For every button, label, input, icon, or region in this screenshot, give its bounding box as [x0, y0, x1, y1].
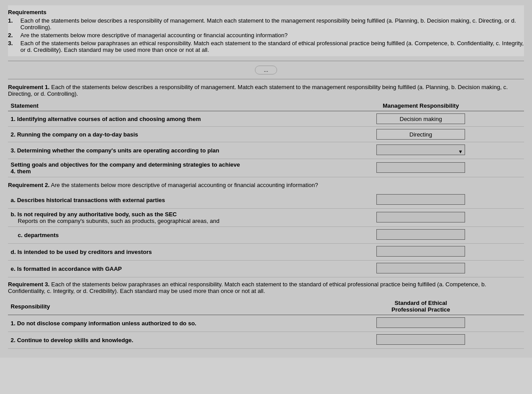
table-row: Setting goals and objectives for the com… — [8, 159, 524, 177]
req-num-2: 2. — [8, 32, 20, 39]
req2-answer-box-c[interactable] — [376, 229, 465, 240]
req2-answer-box-e[interactable] — [376, 263, 465, 273]
req2-statement-a: a. Describes historical transactions wit… — [8, 192, 317, 209]
req1-col-statement: Statement — [8, 101, 317, 111]
req1-answer-box-4[interactable] — [376, 162, 465, 173]
req1-answer-box-1[interactable]: Decision making — [376, 113, 465, 124]
requirement-item-2: 2. Are the statements below more descrip… — [8, 32, 524, 39]
req3-answer-1[interactable] — [317, 315, 524, 332]
req1-statement-2: 2. Running the company on a day-to-day b… — [8, 127, 317, 142]
req3-col-responsibility: Responsibility — [8, 298, 317, 315]
req3-header: Requirement 3. Each of the statements be… — [8, 281, 524, 294]
table-row: d. Is intended to be used by creditors a… — [8, 244, 524, 261]
req3-answer-2[interactable] — [317, 332, 524, 349]
req2-statement-e: e. Is formatted in accordance with GAAP — [8, 261, 317, 277]
req2-answer-box-d[interactable] — [376, 246, 465, 257]
req2-header: Requirement 2. Are the statements below … — [8, 182, 524, 188]
req3-col-standard: Standard of Ethical Professional Practic… — [317, 298, 524, 315]
req-text-1: Each of the statements below describes a… — [20, 17, 524, 31]
req-text-2: Are the statements below more descriptiv… — [20, 32, 524, 39]
req2-answer-box-b[interactable] — [376, 212, 465, 222]
table-row: 1. Do not disclose company information u… — [8, 315, 524, 332]
req2-answer-e[interactable] — [317, 261, 524, 277]
req3-statement-1: 1. Do not disclose company information u… — [8, 315, 317, 332]
requirement-item-1: 1. Each of the statements below describe… — [8, 17, 524, 31]
req3-answer-box-1[interactable] — [376, 317, 465, 328]
table-row: 2. Continue to develop skills and knowle… — [8, 332, 524, 349]
req1-statement-4: Setting goals and objectives for the com… — [8, 159, 317, 177]
req1-header: Requirement 1. Each of the statements be… — [8, 84, 524, 97]
req2-statement-b: b. Is not required by any authoritative … — [8, 209, 317, 227]
req1-statement-3: 3. Determining whether the company's uni… — [8, 142, 317, 159]
req2-answer-c[interactable] — [317, 227, 524, 244]
req2-statement-c: c. departments — [8, 227, 317, 244]
req3-statement-2: 2. Continue to develop skills and knowle… — [8, 332, 317, 349]
req1-answer-3[interactable] — [317, 142, 524, 159]
req2-answer-b[interactable] — [317, 209, 524, 227]
table-row: e. Is formatted in accordance with GAAP — [8, 261, 524, 277]
req-num-3: 3. — [8, 40, 20, 53]
req1-table: Statement Management Responsibility 1. I… — [8, 101, 524, 177]
top-divider — [8, 61, 524, 61]
req3-answer-box-2[interactable] — [376, 334, 465, 345]
req2-answer-a[interactable] — [317, 192, 524, 209]
req2-table: a. Describes historical transactions wit… — [8, 192, 524, 277]
table-row: 3. Determining whether the company's uni… — [8, 142, 524, 159]
req3-table: Responsibility Standard of Ethical Profe… — [8, 298, 524, 349]
ellipsis-button[interactable]: ... — [255, 66, 277, 74]
table-row: c. departments — [8, 227, 524, 244]
req1-answer-1[interactable]: Decision making — [317, 111, 524, 127]
requirements-title: Requirements — [8, 9, 524, 16]
req2-statement-d: d. Is intended to be used by creditors a… — [8, 244, 317, 261]
table-row: a. Describes historical transactions wit… — [8, 192, 524, 209]
req2-answer-d[interactable] — [317, 244, 524, 261]
req1-statement-1: 1. Identifying alternative courses of ac… — [8, 111, 317, 127]
req1-answer-box-2[interactable]: Directing — [376, 129, 465, 140]
table-row: 1. Identifying alternative courses of ac… — [8, 111, 524, 127]
table-row: b. Is not required by any authoritative … — [8, 209, 524, 227]
req1-answer-4[interactable] — [317, 159, 524, 177]
req1-col-management: Management Responsibility — [317, 101, 524, 111]
requirement-item-3: 3. Each of the statements below paraphra… — [8, 40, 524, 53]
mid-divider — [8, 79, 524, 79]
req1-answer-box-3[interactable] — [376, 144, 465, 155]
req-num-1: 1. — [8, 17, 20, 31]
table-row: 2. Running the company on a day-to-day b… — [8, 127, 524, 142]
req2-answer-box-a[interactable] — [376, 194, 465, 205]
requirements-list: 1. Each of the statements below describe… — [8, 17, 524, 53]
req-text-3: Each of the statements below paraphrases… — [20, 40, 524, 53]
req1-answer-2[interactable]: Directing — [317, 127, 524, 142]
